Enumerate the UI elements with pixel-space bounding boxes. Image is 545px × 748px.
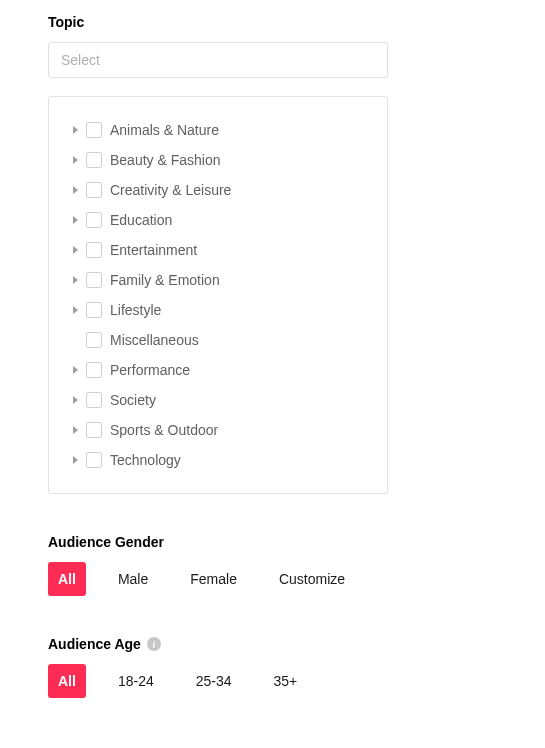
topic-checkbox[interactable] [86, 332, 102, 348]
topic-label: Technology [110, 452, 181, 468]
gender-option[interactable]: Customize [269, 562, 355, 596]
topic-checkbox[interactable] [86, 362, 102, 378]
age-title-row: Audience Age i [48, 636, 497, 652]
topic-label: Beauty & Fashion [110, 152, 221, 168]
topic-checkbox[interactable] [86, 272, 102, 288]
topic-row[interactable]: Education [49, 205, 387, 235]
topic-checkbox[interactable] [86, 212, 102, 228]
caret-right-icon[interactable] [73, 276, 78, 284]
topic-row[interactable]: Lifestyle [49, 295, 387, 325]
caret-right-icon[interactable] [73, 366, 78, 374]
caret-right-icon[interactable] [73, 246, 78, 254]
topic-checkbox[interactable] [86, 452, 102, 468]
topic-row[interactable]: Family & Emotion [49, 265, 387, 295]
topic-checkbox[interactable] [86, 392, 102, 408]
topic-row[interactable]: Performance [49, 355, 387, 385]
gender-section: Audience Gender AllMaleFemaleCustomize [48, 534, 497, 596]
info-icon[interactable]: i [147, 637, 161, 651]
caret-right-icon[interactable] [73, 426, 78, 434]
caret-right-icon[interactable] [73, 126, 78, 134]
topic-row[interactable]: Technology [49, 445, 387, 475]
caret-right-icon[interactable] [73, 186, 78, 194]
caret-right-icon[interactable] [73, 156, 78, 164]
gender-option-group: AllMaleFemaleCustomize [48, 562, 497, 596]
gender-option[interactable]: All [48, 562, 86, 596]
age-title: Audience Age [48, 636, 141, 652]
topic-list-panel: Animals & NatureBeauty & FashionCreativi… [48, 96, 388, 494]
caret-placeholder [73, 336, 78, 344]
age-option[interactable]: 18-24 [108, 664, 164, 698]
caret-right-icon[interactable] [73, 396, 78, 404]
topic-label: Entertainment [110, 242, 197, 258]
topic-checkbox[interactable] [86, 122, 102, 138]
topic-row[interactable]: Entertainment [49, 235, 387, 265]
topic-checkbox[interactable] [86, 242, 102, 258]
topic-label: Society [110, 392, 156, 408]
age-option-group: All18-2425-3435+ [48, 664, 497, 698]
topic-label: Sports & Outdoor [110, 422, 218, 438]
topic-title: Topic [48, 14, 497, 30]
topic-checkbox[interactable] [86, 422, 102, 438]
topic-checkbox[interactable] [86, 182, 102, 198]
topic-row[interactable]: Creativity & Leisure [49, 175, 387, 205]
gender-option[interactable]: Male [108, 562, 158, 596]
topic-row[interactable]: Beauty & Fashion [49, 145, 387, 175]
topic-label: Creativity & Leisure [110, 182, 231, 198]
caret-right-icon[interactable] [73, 306, 78, 314]
topic-checkbox[interactable] [86, 302, 102, 318]
topic-select-input[interactable] [48, 42, 388, 78]
topic-label: Performance [110, 362, 190, 378]
topic-label: Miscellaneous [110, 332, 199, 348]
topic-label: Animals & Nature [110, 122, 219, 138]
topic-row[interactable]: Miscellaneous [49, 325, 387, 355]
topic-row[interactable]: Animals & Nature [49, 115, 387, 145]
age-option[interactable]: All [48, 664, 86, 698]
age-option[interactable]: 35+ [264, 664, 308, 698]
caret-right-icon[interactable] [73, 456, 78, 464]
gender-title: Audience Gender [48, 534, 497, 550]
topic-section: Topic Animals & NatureBeauty & FashionCr… [48, 14, 497, 494]
caret-right-icon[interactable] [73, 216, 78, 224]
topic-row[interactable]: Society [49, 385, 387, 415]
topic-row[interactable]: Sports & Outdoor [49, 415, 387, 445]
topic-checkbox[interactable] [86, 152, 102, 168]
age-option[interactable]: 25-34 [186, 664, 242, 698]
topic-label: Family & Emotion [110, 272, 220, 288]
gender-option[interactable]: Female [180, 562, 247, 596]
topic-label: Education [110, 212, 172, 228]
topic-label: Lifestyle [110, 302, 161, 318]
age-section: Audience Age i All18-2425-3435+ [48, 636, 497, 698]
